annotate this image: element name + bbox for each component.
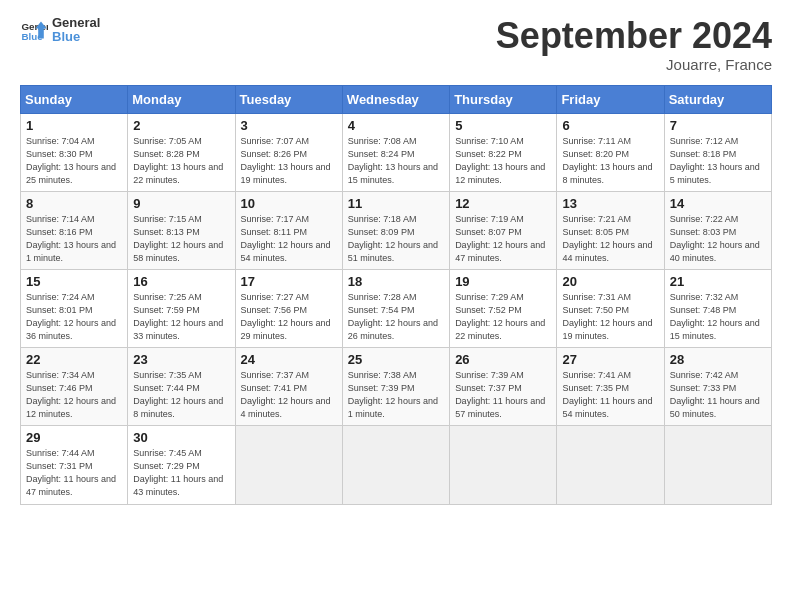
calendar-cell: 14Sunrise: 7:22 AMSunset: 8:03 PMDayligh… — [664, 191, 771, 269]
day-number: 22 — [26, 352, 122, 367]
logo-blue: Blue — [52, 30, 100, 44]
day-number: 30 — [133, 430, 229, 445]
calendar-week-4: 22Sunrise: 7:34 AMSunset: 7:46 PMDayligh… — [21, 348, 772, 426]
day-number: 29 — [26, 430, 122, 445]
day-number: 20 — [562, 274, 658, 289]
day-number: 10 — [241, 196, 337, 211]
day-info: Sunrise: 7:21 AMSunset: 8:05 PMDaylight:… — [562, 213, 658, 265]
logo-general: General — [52, 16, 100, 30]
day-number: 11 — [348, 196, 444, 211]
calendar-cell: 5Sunrise: 7:10 AMSunset: 8:22 PMDaylight… — [450, 113, 557, 191]
day-info: Sunrise: 7:44 AMSunset: 7:31 PMDaylight:… — [26, 447, 122, 499]
calendar-cell: 23Sunrise: 7:35 AMSunset: 7:44 PMDayligh… — [128, 348, 235, 426]
day-number: 7 — [670, 118, 766, 133]
day-header-thursday: Thursday — [450, 85, 557, 113]
day-number: 5 — [455, 118, 551, 133]
calendar-cell: 1Sunrise: 7:04 AMSunset: 8:30 PMDaylight… — [21, 113, 128, 191]
day-number: 15 — [26, 274, 122, 289]
day-number: 24 — [241, 352, 337, 367]
day-info: Sunrise: 7:15 AMSunset: 8:13 PMDaylight:… — [133, 213, 229, 265]
calendar-week-3: 15Sunrise: 7:24 AMSunset: 8:01 PMDayligh… — [21, 269, 772, 347]
day-info: Sunrise: 7:10 AMSunset: 8:22 PMDaylight:… — [455, 135, 551, 187]
calendar-cell: 21Sunrise: 7:32 AMSunset: 7:48 PMDayligh… — [664, 269, 771, 347]
page-container: General Blue General Blue September 2024… — [0, 0, 792, 515]
day-number: 19 — [455, 274, 551, 289]
logo: General Blue General Blue — [20, 16, 100, 45]
day-info: Sunrise: 7:32 AMSunset: 7:48 PMDaylight:… — [670, 291, 766, 343]
day-info: Sunrise: 7:28 AMSunset: 7:54 PMDaylight:… — [348, 291, 444, 343]
day-info: Sunrise: 7:29 AMSunset: 7:52 PMDaylight:… — [455, 291, 551, 343]
calendar-table: SundayMondayTuesdayWednesdayThursdayFrid… — [20, 85, 772, 505]
day-header-friday: Friday — [557, 85, 664, 113]
title-block: September 2024 Jouarre, France — [496, 16, 772, 73]
calendar-cell: 25Sunrise: 7:38 AMSunset: 7:39 PMDayligh… — [342, 348, 449, 426]
calendar-week-2: 8Sunrise: 7:14 AMSunset: 8:16 PMDaylight… — [21, 191, 772, 269]
day-info: Sunrise: 7:04 AMSunset: 8:30 PMDaylight:… — [26, 135, 122, 187]
day-info: Sunrise: 7:37 AMSunset: 7:41 PMDaylight:… — [241, 369, 337, 421]
calendar-cell: 26Sunrise: 7:39 AMSunset: 7:37 PMDayligh… — [450, 348, 557, 426]
location: Jouarre, France — [496, 56, 772, 73]
day-number: 6 — [562, 118, 658, 133]
calendar-cell: 4Sunrise: 7:08 AMSunset: 8:24 PMDaylight… — [342, 113, 449, 191]
calendar-cell: 7Sunrise: 7:12 AMSunset: 8:18 PMDaylight… — [664, 113, 771, 191]
month-title: September 2024 — [496, 16, 772, 56]
logo-icon: General Blue — [20, 16, 48, 44]
page-header: General Blue General Blue September 2024… — [20, 16, 772, 73]
day-info: Sunrise: 7:07 AMSunset: 8:26 PMDaylight:… — [241, 135, 337, 187]
calendar-cell: 20Sunrise: 7:31 AMSunset: 7:50 PMDayligh… — [557, 269, 664, 347]
day-number: 21 — [670, 274, 766, 289]
day-info: Sunrise: 7:05 AMSunset: 8:28 PMDaylight:… — [133, 135, 229, 187]
calendar-cell: 27Sunrise: 7:41 AMSunset: 7:35 PMDayligh… — [557, 348, 664, 426]
calendar-cell: 29Sunrise: 7:44 AMSunset: 7:31 PMDayligh… — [21, 426, 128, 504]
day-info: Sunrise: 7:22 AMSunset: 8:03 PMDaylight:… — [670, 213, 766, 265]
day-number: 23 — [133, 352, 229, 367]
day-number: 3 — [241, 118, 337, 133]
day-number: 14 — [670, 196, 766, 211]
calendar-cell — [557, 426, 664, 504]
calendar-cell: 22Sunrise: 7:34 AMSunset: 7:46 PMDayligh… — [21, 348, 128, 426]
day-info: Sunrise: 7:19 AMSunset: 8:07 PMDaylight:… — [455, 213, 551, 265]
calendar-cell: 19Sunrise: 7:29 AMSunset: 7:52 PMDayligh… — [450, 269, 557, 347]
day-number: 9 — [133, 196, 229, 211]
day-info: Sunrise: 7:41 AMSunset: 7:35 PMDaylight:… — [562, 369, 658, 421]
day-number: 17 — [241, 274, 337, 289]
day-info: Sunrise: 7:39 AMSunset: 7:37 PMDaylight:… — [455, 369, 551, 421]
day-number: 18 — [348, 274, 444, 289]
day-info: Sunrise: 7:24 AMSunset: 8:01 PMDaylight:… — [26, 291, 122, 343]
calendar-cell: 8Sunrise: 7:14 AMSunset: 8:16 PMDaylight… — [21, 191, 128, 269]
day-header-saturday: Saturday — [664, 85, 771, 113]
calendar-cell: 12Sunrise: 7:19 AMSunset: 8:07 PMDayligh… — [450, 191, 557, 269]
day-info: Sunrise: 7:42 AMSunset: 7:33 PMDaylight:… — [670, 369, 766, 421]
calendar-cell — [235, 426, 342, 504]
calendar-cell: 16Sunrise: 7:25 AMSunset: 7:59 PMDayligh… — [128, 269, 235, 347]
day-number: 12 — [455, 196, 551, 211]
calendar-cell — [664, 426, 771, 504]
calendar-cell: 2Sunrise: 7:05 AMSunset: 8:28 PMDaylight… — [128, 113, 235, 191]
day-info: Sunrise: 7:45 AMSunset: 7:29 PMDaylight:… — [133, 447, 229, 499]
calendar-cell: 24Sunrise: 7:37 AMSunset: 7:41 PMDayligh… — [235, 348, 342, 426]
day-number: 28 — [670, 352, 766, 367]
day-number: 13 — [562, 196, 658, 211]
calendar-cell: 10Sunrise: 7:17 AMSunset: 8:11 PMDayligh… — [235, 191, 342, 269]
calendar-cell: 6Sunrise: 7:11 AMSunset: 8:20 PMDaylight… — [557, 113, 664, 191]
day-number: 4 — [348, 118, 444, 133]
day-header-wednesday: Wednesday — [342, 85, 449, 113]
day-info: Sunrise: 7:34 AMSunset: 7:46 PMDaylight:… — [26, 369, 122, 421]
day-number: 8 — [26, 196, 122, 211]
day-info: Sunrise: 7:12 AMSunset: 8:18 PMDaylight:… — [670, 135, 766, 187]
day-info: Sunrise: 7:27 AMSunset: 7:56 PMDaylight:… — [241, 291, 337, 343]
calendar-cell: 13Sunrise: 7:21 AMSunset: 8:05 PMDayligh… — [557, 191, 664, 269]
calendar-cell — [342, 426, 449, 504]
calendar-cell: 28Sunrise: 7:42 AMSunset: 7:33 PMDayligh… — [664, 348, 771, 426]
calendar-cell: 9Sunrise: 7:15 AMSunset: 8:13 PMDaylight… — [128, 191, 235, 269]
day-info: Sunrise: 7:14 AMSunset: 8:16 PMDaylight:… — [26, 213, 122, 265]
calendar-cell: 3Sunrise: 7:07 AMSunset: 8:26 PMDaylight… — [235, 113, 342, 191]
day-info: Sunrise: 7:25 AMSunset: 7:59 PMDaylight:… — [133, 291, 229, 343]
day-number: 26 — [455, 352, 551, 367]
calendar-cell — [450, 426, 557, 504]
day-number: 1 — [26, 118, 122, 133]
day-number: 25 — [348, 352, 444, 367]
calendar-cell: 17Sunrise: 7:27 AMSunset: 7:56 PMDayligh… — [235, 269, 342, 347]
day-header-tuesday: Tuesday — [235, 85, 342, 113]
calendar-header-row: SundayMondayTuesdayWednesdayThursdayFrid… — [21, 85, 772, 113]
